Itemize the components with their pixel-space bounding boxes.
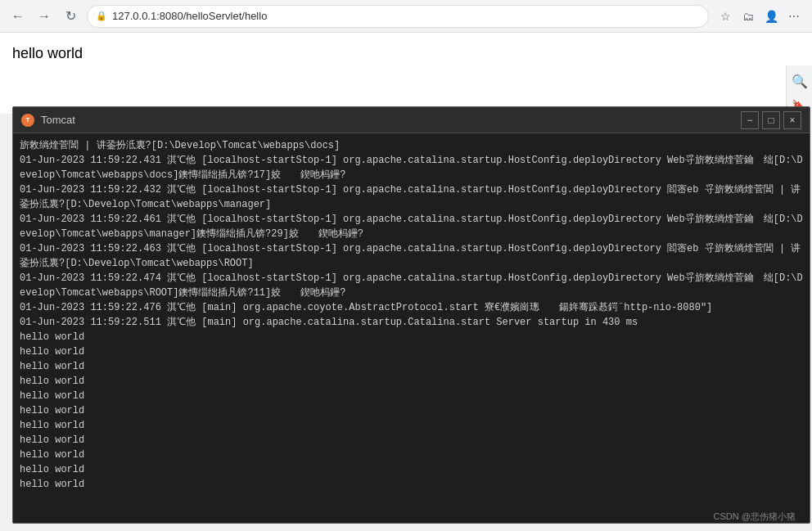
star-icon[interactable]: ☆ xyxy=(715,7,735,26)
terminal-title: Tomcat xyxy=(41,114,734,126)
terminal-line: hello world xyxy=(20,403,803,418)
terminal-line: hello world xyxy=(20,389,803,403)
terminal-content[interactable]: 旂敇绱煃菅閶 | 讲銎扮泜裏?[D:\Develop\Tomcat\webapp… xyxy=(13,133,810,523)
terminal-line: 01-Jun-2023 11:59:22.463 淇℃他 [localhost-… xyxy=(20,241,803,271)
terminal-line: hello world xyxy=(20,344,803,359)
watermark-text: CSDN @悲伤猪小猪 xyxy=(714,511,796,521)
address-bar[interactable]: 🔒 127.0.0.1:8080/helloServlet/hello xyxy=(87,5,709,28)
csdn-watermark: CSDN @悲伤猪小猪 xyxy=(714,511,796,523)
terminal-line: hello world xyxy=(20,418,803,433)
close-button[interactable]: × xyxy=(783,111,801,129)
more-icon[interactable]: ⋯ xyxy=(784,7,804,26)
terminal-line: hello world xyxy=(20,433,803,448)
maximize-button[interactable]: □ xyxy=(762,111,780,129)
terminal-line: 01-Jun-2023 11:59:22.476 淇℃他 [main] org.… xyxy=(20,300,803,315)
terminal-line: hello world xyxy=(20,330,803,344)
terminal-line: hello world xyxy=(20,359,803,374)
terminal-line: 01-Jun-2023 11:59:22.511 淇℃他 [main] org.… xyxy=(20,315,803,330)
terminal-controls: − □ × xyxy=(741,111,801,129)
tomcat-icon: T xyxy=(21,114,34,127)
terminal-line: hello world xyxy=(20,374,803,389)
collections-icon[interactable]: 🗂 xyxy=(738,7,758,26)
minimize-button[interactable]: − xyxy=(741,111,759,129)
terminal-line: hello world xyxy=(20,462,803,477)
back-button[interactable]: ← xyxy=(8,7,28,26)
terminal-line: 01-Jun-2023 11:59:22.474 淇℃他 [localhost-… xyxy=(20,271,803,300)
terminal-line: hello world xyxy=(20,477,803,492)
browser-chrome: ← → ↻ 🔒 127.0.0.1:8080/helloServlet/hell… xyxy=(0,0,812,33)
browser-content: hello world xyxy=(0,33,812,115)
url-text: 127.0.0.1:8080/helloServlet/hello xyxy=(112,10,267,22)
terminal-line: 旂敇绱煃菅閶 | 讲銎扮泜裏?[D:\Develop\Tomcat\webapp… xyxy=(20,138,803,153)
profile-icon[interactable]: 👤 xyxy=(761,7,781,26)
refresh-button[interactable]: ↻ xyxy=(61,7,80,26)
terminal-line: 01-Jun-2023 11:59:22.461 淇℃他 [localhost-… xyxy=(20,212,803,241)
lock-icon: 🔒 xyxy=(96,11,107,21)
terminal-window: T Tomcat − □ × 旂敇绱煃菅閶 | 讲銎扮泜裏?[D:\Develo… xyxy=(12,106,810,524)
forward-button[interactable]: → xyxy=(34,7,54,26)
search-sidebar-icon[interactable]: 🔍 xyxy=(790,72,810,91)
terminal-line: 01-Jun-2023 11:59:22.432 淇℃他 [localhost-… xyxy=(20,182,803,212)
terminal-titlebar: T Tomcat − □ × xyxy=(13,107,810,133)
terminal-line: 01-Jun-2023 11:59:22.431 淇℃他 [localhost-… xyxy=(20,153,803,182)
browser-actions: ☆ 🗂 👤 ⋯ xyxy=(715,7,804,26)
hello-world-text: hello world xyxy=(12,45,83,61)
terminal-line: hello world xyxy=(20,448,803,462)
